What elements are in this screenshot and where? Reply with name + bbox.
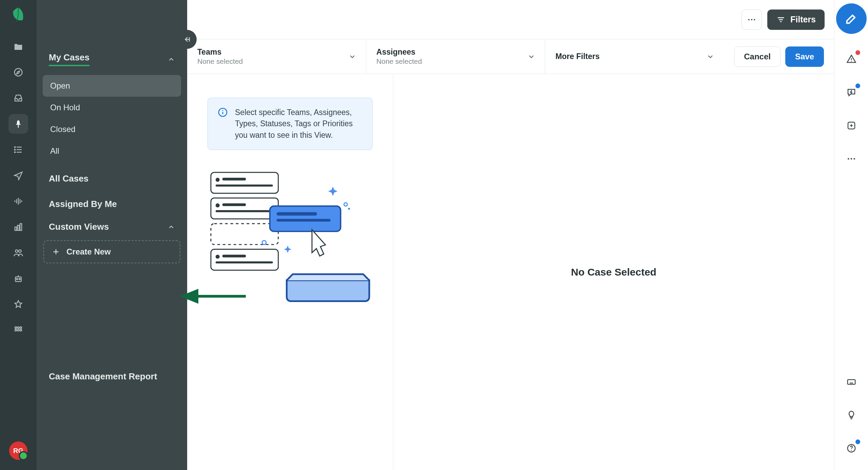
empty-state-title: No Case Selected	[571, 266, 656, 278]
svg-point-6	[15, 149, 16, 150]
svg-point-7	[15, 152, 16, 153]
rail-chart[interactable]	[8, 217, 28, 237]
svg-point-69	[850, 158, 852, 160]
svg-point-61	[348, 208, 350, 210]
svg-rect-47	[211, 249, 278, 270]
tips-button[interactable]	[843, 407, 860, 423]
rail-compass[interactable]	[8, 62, 28, 82]
svg-point-22	[15, 327, 17, 328]
section-my-cases[interactable]: My Cases	[37, 48, 187, 71]
svg-point-77	[851, 450, 852, 451]
rail-people[interactable]	[8, 243, 28, 263]
svg-point-23	[18, 327, 19, 328]
app-logo[interactable]	[9, 6, 27, 24]
chevron-down-icon	[706, 53, 714, 61]
filter-assignees-label: Assignees	[376, 48, 535, 57]
dots-horizontal-icon	[846, 154, 856, 164]
help-button[interactable]	[843, 440, 860, 456]
sidebar-item-closed[interactable]: Closed	[43, 118, 181, 140]
bolt-message-icon	[846, 87, 856, 97]
svg-point-36	[751, 19, 752, 20]
svg-point-64	[851, 61, 852, 62]
rail-apps[interactable]	[8, 320, 28, 340]
cancel-button[interactable]: Cancel	[734, 46, 781, 67]
svg-point-5	[15, 147, 16, 148]
svg-point-26	[18, 330, 19, 331]
info-text: Select specific Teams, Assignees, Types,…	[235, 107, 363, 141]
svg-point-37	[754, 19, 755, 20]
question-icon	[846, 443, 856, 453]
topbar: Filters	[187, 0, 834, 39]
filters-label: Filters	[790, 15, 816, 24]
alert-icon	[846, 54, 856, 64]
plus-icon	[52, 247, 60, 256]
svg-point-51	[216, 203, 220, 207]
svg-rect-52	[222, 203, 246, 206]
content: Select specific Teams, Assignees, Types,…	[187, 74, 834, 470]
create-new-label: Create New	[66, 247, 111, 257]
create-new-button[interactable]: Create New	[43, 240, 180, 263]
sidebar-assigned-by-me[interactable]: Assigned By Me	[37, 191, 187, 217]
svg-rect-71	[847, 380, 855, 384]
rail-pin[interactable]	[8, 114, 28, 134]
add-widget-button[interactable]	[843, 117, 860, 134]
filter-more[interactable]: More Filters	[545, 39, 724, 74]
filters-button[interactable]: Filters	[767, 10, 825, 30]
compose-fab[interactable]	[836, 3, 867, 34]
filter-actions: Cancel Save	[724, 39, 834, 74]
svg-point-60	[344, 203, 348, 206]
rail-robot[interactable]	[8, 269, 28, 288]
leaf-icon	[9, 6, 27, 24]
compose-icon	[845, 12, 858, 25]
svg-rect-58	[277, 212, 317, 215]
svg-point-24	[20, 327, 22, 328]
svg-rect-45	[211, 198, 278, 219]
sidebar-all-cases[interactable]: All Cases	[37, 166, 187, 191]
svg-rect-13	[15, 227, 17, 230]
filter-more-label: More Filters	[555, 52, 714, 61]
save-button[interactable]: Save	[785, 46, 824, 67]
view-illustration	[208, 169, 373, 304]
main-area: Filters Teams None selected Assignees No…	[187, 0, 834, 470]
rail-star[interactable]	[8, 295, 28, 314]
right-rail	[834, 0, 868, 470]
case-management-report-link[interactable]: Case Management Report	[37, 358, 187, 470]
sidebar-item-open[interactable]: Open	[43, 75, 181, 97]
filter-assignees[interactable]: Assignees None selected	[366, 39, 545, 74]
lightbulb-icon	[846, 410, 856, 420]
filter-teams[interactable]: Teams None selected	[187, 39, 366, 74]
svg-rect-49	[222, 178, 246, 181]
rail-list[interactable]	[8, 140, 28, 159]
alerts-button[interactable]	[843, 51, 860, 67]
chevron-down-icon	[348, 53, 356, 61]
svg-point-27	[20, 330, 22, 331]
rail-folder[interactable]	[8, 37, 28, 56]
svg-point-19	[16, 278, 18, 280]
more-actions-button[interactable]	[742, 10, 762, 30]
svg-point-43	[222, 110, 223, 111]
rail-send[interactable]	[8, 166, 28, 185]
sidebar-item-on-hold[interactable]: On Hold	[43, 97, 181, 118]
empty-state: No Case Selected	[393, 74, 834, 470]
svg-rect-50	[216, 185, 273, 187]
chevron-up-icon	[167, 56, 175, 63]
activity-button[interactable]	[843, 84, 860, 100]
user-avatar[interactable]: RG	[9, 441, 27, 460]
svg-rect-15	[20, 224, 22, 230]
svg-point-48	[216, 178, 220, 182]
sidebar-item-all[interactable]: All	[43, 140, 181, 162]
chevron-down-icon	[527, 53, 535, 61]
svg-point-54	[216, 255, 220, 259]
svg-rect-56	[216, 261, 273, 263]
svg-point-0	[15, 69, 22, 76]
filter-bar: Teams None selected Assignees None selec…	[187, 39, 834, 74]
section-custom-views[interactable]: Custom Views	[37, 217, 187, 237]
svg-rect-57	[270, 206, 341, 231]
rail-audio[interactable]	[8, 191, 28, 211]
rail-inbox[interactable]	[8, 88, 28, 108]
right-more-button[interactable]	[843, 151, 860, 167]
keyboard-shortcuts-button[interactable]	[843, 374, 860, 390]
dots-horizontal-icon	[747, 15, 756, 24]
svg-rect-44	[211, 172, 278, 193]
info-icon	[217, 107, 228, 118]
